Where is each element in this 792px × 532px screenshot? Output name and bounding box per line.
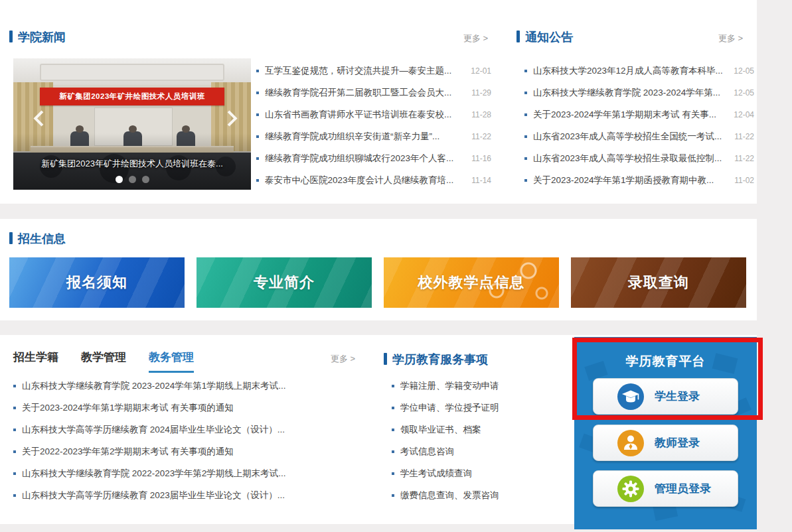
- list-item[interactable]: 山东科技大学高等学历继续教育 2023届毕业生毕业论文（设计）...: [13, 484, 352, 506]
- service-link[interactable]: 学位申请、学位授予证明: [400, 402, 558, 414]
- list-item[interactable]: 继续教育学院召开第二届教职工暨工会会员大...11-29: [256, 82, 491, 103]
- management-link[interactable]: 山东科技大学高等学历继续教育 2023届毕业生毕业论文（设计）...: [22, 490, 352, 501]
- section-bar: [516, 31, 520, 42]
- news-link[interactable]: 继续教育学院成功组织聊城农行2023年个人客...: [265, 153, 465, 165]
- tab-admission-enrollment[interactable]: 招生学籍: [13, 350, 58, 373]
- notice-date: 12-05: [734, 88, 754, 98]
- news-link[interactable]: 山东省书画教育讲师水平证书培训班在泰安校...: [265, 109, 465, 121]
- list-item[interactable]: 考试信息咨询: [392, 440, 558, 462]
- bullet-icon: [13, 407, 16, 409]
- banner-offsite-teaching-points[interactable]: 校外教学点信息: [384, 257, 559, 308]
- bullet-icon: [524, 157, 527, 160]
- management-link[interactable]: 关于2022-2023学年第2学期期末考试 有关事项的通知: [22, 446, 352, 458]
- banner-admission-query[interactable]: 录取查询: [571, 257, 746, 308]
- management-link[interactable]: 山东科技大学继续教育学院 2023-2024学年第1学期线上期末考试...: [22, 380, 352, 392]
- list-item[interactable]: 互学互鉴促规范，研讨交流共提升—泰安主题...12-01: [256, 60, 491, 82]
- list-item[interactable]: 学籍注册、学籍变动申请: [392, 375, 558, 397]
- tab-academic-affairs[interactable]: 教务管理: [149, 350, 194, 373]
- notice-date: 11-22: [734, 154, 754, 163]
- management-link[interactable]: 关于2023-2024学年第1学期期末考试 有关事项的通知: [22, 402, 352, 414]
- bullet-icon: [13, 472, 16, 475]
- list-item[interactable]: 山东科技大学2023年12月成人高等教育本科毕...12-05: [524, 60, 754, 82]
- bullet-icon: [524, 113, 527, 116]
- notice-date: 11-02: [734, 176, 754, 185]
- list-item[interactable]: 领取毕业证书、档案: [392, 419, 558, 440]
- bullet-icon: [256, 113, 259, 116]
- carousel-dot[interactable]: [142, 176, 149, 183]
- list-item[interactable]: 缴费信息查询、发票咨询: [392, 484, 558, 506]
- service-link[interactable]: 领取毕业证书、档案: [400, 424, 558, 436]
- list-item[interactable]: 山东科技大学继续教育学院 2023-2024学年第1学期线上期末考试...: [13, 375, 352, 397]
- teacher-login-label: 教师登录: [655, 435, 700, 450]
- bullet-icon: [13, 494, 16, 497]
- news-link[interactable]: 继续教育学院成功组织辛安街道“新辛力量”...: [265, 131, 465, 143]
- service-link[interactable]: 学生考试成绩查询: [400, 468, 558, 480]
- bullet-icon: [13, 429, 16, 431]
- service-link[interactable]: 缴费信息查询、发票咨询: [400, 490, 558, 501]
- carousel-photo-ceiling-inset: [40, 64, 224, 81]
- list-item[interactable]: 关于2023-2024学年第1学期期末考试 有关事项的通知: [13, 397, 352, 419]
- news-carousel[interactable]: 新矿集团2023年矿井绘图技术人员培训班 新矿集团2023年矿井绘图技术人员培训…: [13, 58, 251, 190]
- tab-teaching-management[interactable]: 教学管理: [81, 350, 126, 373]
- list-item[interactable]: 泰安市中心医院2023年度会计人员继续教育培...11-14: [256, 169, 491, 191]
- service-link[interactable]: 学籍注册、学籍变动申请: [400, 380, 558, 392]
- list-item[interactable]: 关于2023-2024学年第1学期函授教育期中教...11-02: [524, 169, 754, 191]
- list-item[interactable]: 继续教育学院成功组织辛安街道“新辛力量”...11-22: [256, 125, 491, 147]
- service-section-title: 学历教育服务事项: [392, 352, 488, 367]
- carousel-dot[interactable]: [129, 176, 136, 183]
- student-login-label: 学生登录: [655, 389, 700, 404]
- news-section-title: 学院新闻: [18, 29, 66, 45]
- banner-label: 报名须知: [66, 273, 127, 293]
- bullet-icon: [256, 179, 259, 182]
- teacher-login-button[interactable]: 教师登录: [593, 425, 738, 461]
- gear-icon: [617, 476, 644, 502]
- notice-link[interactable]: 关于2023-2024学年第1学期函授教育期中教...: [533, 174, 728, 186]
- list-item[interactable]: 山东科技大学继续教育学院 2023-2024学年第...12-05: [524, 82, 754, 103]
- news-link[interactable]: 互学互鉴促规范，研讨交流共提升—泰安主题...: [265, 65, 464, 77]
- top-panel: 学院新闻 更多 > 新矿集团2023年矿井绘图技术人员培训班 新矿集团2023年…: [0, 0, 757, 204]
- news-more-link[interactable]: 更多 >: [463, 33, 488, 44]
- list-item[interactable]: 山东省2023年成人高等学校招生录取最低控制...11-22: [524, 147, 754, 169]
- list-item[interactable]: 学位申请、学位授予证明: [392, 397, 558, 419]
- notice-more-link[interactable]: 更多 >: [718, 33, 743, 44]
- list-item[interactable]: 关于2023-2024学年第1学期期末考试 有关事...12-04: [524, 103, 754, 125]
- bullet-icon: [256, 70, 259, 72]
- notice-link[interactable]: 关于2023-2024学年第1学期期末考试 有关事...: [533, 109, 727, 121]
- list-item[interactable]: 山东省书画教育讲师水平证书培训班在泰安校...11-28: [256, 103, 491, 125]
- bullet-icon: [256, 135, 259, 138]
- student-login-button[interactable]: 学生登录: [593, 378, 738, 415]
- notice-list: 山东科技大学2023年12月成人高等教育本科毕...12-05 山东科技大学继续…: [524, 60, 754, 191]
- notice-link[interactable]: 山东省2023年成人高等学校招生录取最低控制...: [533, 153, 728, 165]
- list-item[interactable]: 山东省2023年成人高等学校招生全国统一考试...11-22: [524, 125, 754, 147]
- news-date: 11-29: [471, 88, 491, 98]
- list-item[interactable]: 关于2022-2023学年第2学期期末考试 有关事项的通知: [13, 440, 352, 462]
- notice-link[interactable]: 山东省2023年成人高等学校招生全国统一考试...: [533, 131, 728, 143]
- list-item[interactable]: 山东科技大学高等学历继续教育 2024届毕业生毕业论文（设计）...: [13, 419, 352, 440]
- list-item[interactable]: 学生考试成绩查询: [392, 462, 558, 484]
- news-link[interactable]: 泰安市中心医院2023年度会计人员继续教育培...: [265, 174, 465, 186]
- management-link[interactable]: 山东科技大学继续教育学院 2022-2023学年第2学期线上期末考试...: [22, 468, 352, 480]
- carousel-dot[interactable]: [116, 176, 123, 183]
- service-link[interactable]: 考试信息咨询: [400, 446, 558, 458]
- banner-signup-guide[interactable]: 报名须知: [9, 257, 185, 308]
- bottom-panel: 招生学籍 教学管理 教务管理 更多 > 山东科技大学继续教育学院 2023-20…: [0, 335, 757, 524]
- admin-login-button[interactable]: 管理员登录: [593, 470, 738, 507]
- banner-major-intro[interactable]: 专业简介: [197, 257, 372, 308]
- notice-link[interactable]: 山东科技大学2023年12月成人高等教育本科毕...: [533, 65, 727, 77]
- list-item[interactable]: 山东科技大学继续教育学院 2022-2023学年第2学期线上期末考试...: [13, 462, 352, 484]
- notice-link[interactable]: 山东科技大学继续教育学院 2023-2024学年第...: [533, 87, 727, 99]
- bullet-icon: [392, 450, 394, 453]
- bullet-icon: [524, 70, 527, 72]
- banner-label: 校外教学点信息: [418, 273, 525, 293]
- management-tabs: 招生学籍 教学管理 教务管理: [13, 350, 194, 373]
- carousel-caption[interactable]: 新矿集团2023年矿井绘图技术人员培训班在泰...: [13, 158, 251, 170]
- bullet-icon: [392, 429, 394, 431]
- banner-label: 专业简介: [254, 273, 315, 293]
- news-date: 11-22: [471, 132, 491, 141]
- notice-date: 11-22: [734, 132, 754, 141]
- list-item[interactable]: 继续教育学院成功组织聊城农行2023年个人客...11-16: [256, 147, 491, 169]
- news-link[interactable]: 继续教育学院召开第二届教职工暨工会会员大...: [265, 87, 465, 99]
- management-more-link[interactable]: 更多 >: [331, 353, 355, 365]
- section-bar: [384, 353, 387, 365]
- management-link[interactable]: 山东科技大学高等学历继续教育 2024届毕业生毕业论文（设计）...: [22, 424, 352, 436]
